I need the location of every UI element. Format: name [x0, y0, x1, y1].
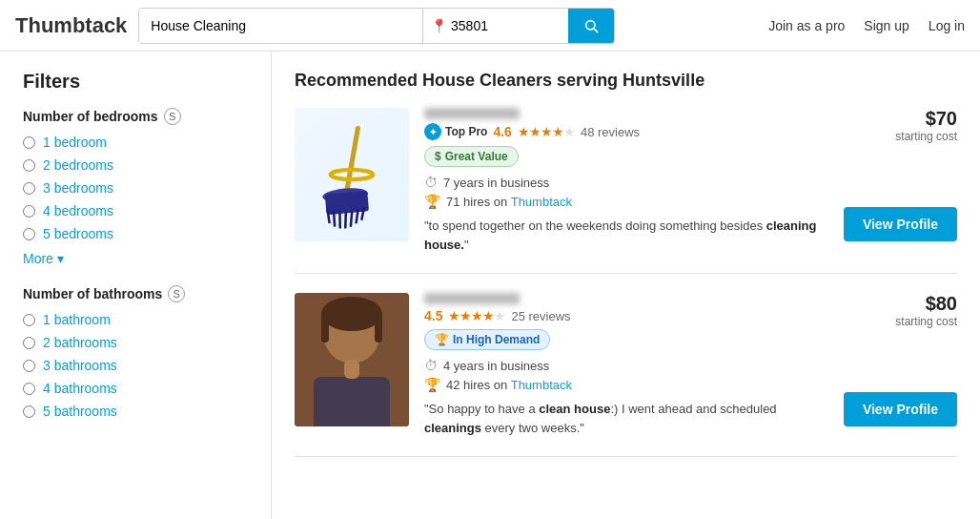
svg-rect-9	[350, 211, 354, 227]
bedroom-option-4[interactable]: 4 bedrooms	[23, 203, 248, 218]
trophy-icon-1: 🏆	[424, 194, 440, 209]
bathrooms-filter: Number of bathrooms S 1 bathroom 2 bathr…	[23, 285, 248, 419]
search-location-wrap: 📍	[423, 9, 568, 43]
pro-name-blur-2	[424, 293, 520, 304]
bathroom-label-5: 5 bathrooms	[43, 404, 117, 419]
top-pro-label-1: Top Pro	[445, 125, 487, 138]
trophy-badge-icon: 🏆	[435, 333, 449, 346]
bathroom-label-1: 1 bathroom	[43, 312, 111, 327]
svg-rect-20	[295, 293, 409, 426]
view-profile-button-2[interactable]: View Profile	[844, 392, 957, 426]
bathrooms-filter-badge: S	[168, 285, 185, 302]
trophy-icon-2: 🏆	[424, 377, 440, 392]
hires-label-1: 71 hires on Thumbtack	[446, 195, 572, 209]
header: Thumbtack 📍 Join as a pro Sign up Log in	[0, 0, 980, 52]
bedroom-option-2[interactable]: 2 bedrooms	[23, 157, 248, 173]
bedrooms-filter: Number of bedrooms S 1 bedroom 2 bedroom…	[23, 108, 248, 266]
join-pro-link[interactable]: Join as a pro	[768, 18, 845, 33]
price-amount-1: $70	[895, 108, 957, 130]
pro-name-blur-1	[424, 108, 520, 119]
broom-illustration	[309, 117, 395, 232]
svg-rect-8	[344, 212, 347, 229]
bedroom-radio-3[interactable]	[23, 182, 35, 195]
pro-avatar-1	[295, 108, 409, 241]
bedroom-option-1[interactable]: 1 bedroom	[23, 135, 248, 150]
search-bar: 📍	[138, 8, 615, 44]
bedroom-label-4: 4 bedrooms	[43, 203, 113, 218]
high-demand-label: In High Demand	[453, 333, 540, 346]
bathroom-radio-2[interactable]	[23, 337, 35, 349]
logo[interactable]: Thumbtack	[15, 13, 127, 38]
pro-avatar-2	[295, 293, 409, 426]
main-content: Recommended House Cleaners serving Hunts…	[272, 52, 980, 519]
thumbtack-link-2[interactable]: Thumbtack	[511, 378, 572, 392]
bathroom-option-4[interactable]: 4 bathrooms	[23, 381, 248, 396]
bedroom-radio-4[interactable]	[23, 205, 35, 218]
person-svg	[295, 293, 409, 426]
pro-info-2: 4.5 ★★★★★ 25 reviews 🏆 In High Demand ⏱ …	[424, 293, 818, 437]
bathroom-label-3: 3 bathrooms	[43, 358, 117, 373]
high-demand-badge: 🏆 In High Demand	[424, 329, 550, 350]
pro-name-row-2	[424, 293, 818, 304]
bathroom-option-2[interactable]: 2 bathrooms	[23, 335, 248, 350]
pro-name-row-1	[424, 108, 818, 119]
rating-score-1: 4.6	[493, 124, 511, 139]
quote-bold-1: cleaning house.	[424, 218, 817, 252]
bedrooms-radio-group: 1 bedroom 2 bedrooms 3 bedrooms 4 bedroo…	[23, 135, 248, 241]
bedrooms-more-link[interactable]: More ▾	[23, 251, 248, 266]
bedroom-label-2: 2 bedrooms	[43, 157, 113, 173]
pro-right-2: $80 starting cost View Profile	[833, 293, 957, 426]
bathroom-option-5[interactable]: 5 bathrooms	[23, 404, 248, 419]
search-button[interactable]	[568, 9, 614, 43]
stars-2: ★★★★★	[448, 308, 505, 323]
bedroom-radio-1[interactable]	[23, 136, 35, 149]
price-block-1: $70 starting cost	[895, 108, 957, 143]
bathroom-radio-5[interactable]	[23, 405, 35, 418]
bathroom-radio-4[interactable]	[23, 383, 35, 395]
search-service-input[interactable]	[139, 9, 423, 43]
bedroom-option-5[interactable]: 5 bedrooms	[23, 226, 248, 241]
clock-icon-1: ⏱	[424, 175, 438, 190]
bathrooms-filter-title: Number of bathrooms S	[23, 285, 248, 302]
top-pro-icon-1: ✦	[424, 123, 441, 140]
thumbtack-link-1[interactable]: Thumbtack	[511, 195, 572, 209]
results-title: Recommended House Cleaners serving Hunts…	[295, 71, 957, 91]
bedroom-option-3[interactable]: 3 bedrooms	[23, 180, 248, 196]
hires-2: 🏆 42 hires on Thumbtack	[424, 377, 818, 392]
review-count-1: 48 reviews	[581, 125, 640, 139]
location-icon: 📍	[431, 18, 447, 33]
bathroom-label-2: 2 bathrooms	[43, 335, 117, 350]
bedroom-label-5: 5 bedrooms	[43, 226, 113, 241]
bathroom-label-4: 4 bathrooms	[43, 381, 117, 396]
bedrooms-filter-badge: S	[164, 108, 181, 125]
svg-line-1	[594, 29, 598, 32]
log-in-link[interactable]: Log in	[929, 18, 965, 33]
sign-up-link[interactable]: Sign up	[864, 18, 909, 33]
hires-label-2: 42 hires on Thumbtack	[446, 378, 572, 392]
pro-card-1: ✦ Top Pro 4.6 ★★★★★ 48 reviews $ Great V…	[295, 108, 957, 274]
great-value-label: Great Value	[445, 150, 508, 163]
bedroom-radio-2[interactable]	[23, 159, 35, 172]
person-silhouette	[295, 293, 409, 426]
bedroom-radio-5[interactable]	[23, 228, 35, 240]
years-in-business-2: ⏱ 4 years in business	[424, 358, 818, 373]
bathroom-option-1[interactable]: 1 bathroom	[23, 312, 248, 327]
bathrooms-filter-label: Number of bathrooms	[23, 286, 162, 301]
view-profile-button-1[interactable]: View Profile	[844, 207, 957, 241]
pro-right-1: $70 starting cost View Profile	[833, 108, 957, 241]
svg-rect-7	[338, 212, 341, 229]
bedrooms-filter-label: Number of bedrooms	[23, 109, 158, 124]
price-amount-2: $80	[895, 293, 957, 315]
pro-quote-1: "to spend together on the weekends doing…	[424, 217, 818, 254]
bathroom-option-3[interactable]: 3 bathrooms	[23, 358, 248, 373]
bedroom-label-1: 1 bedroom	[43, 135, 107, 150]
hires-1: 🏆 71 hires on Thumbtack	[424, 194, 818, 209]
years-in-business-1: ⏱ 7 years in business	[424, 175, 818, 190]
pro-rating-row-1: ✦ Top Pro 4.6 ★★★★★ 48 reviews	[424, 123, 818, 140]
bathroom-radio-3[interactable]	[23, 360, 35, 372]
quote-bold-2a: clean house	[539, 402, 610, 416]
dollar-icon: $	[435, 150, 441, 163]
bathroom-radio-1[interactable]	[23, 314, 35, 326]
bedrooms-filter-title: Number of bedrooms S	[23, 108, 248, 125]
search-location-input[interactable]	[451, 18, 508, 33]
